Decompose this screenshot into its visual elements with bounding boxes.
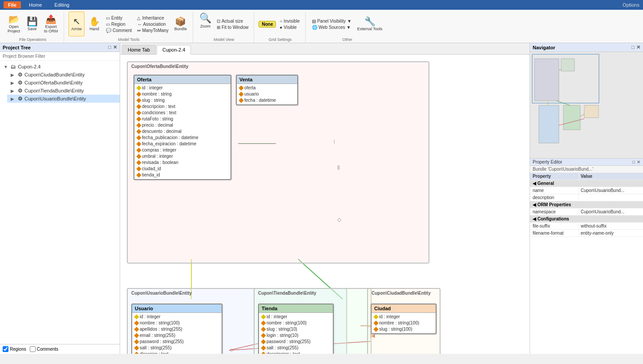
field-row: descripcion : text (136, 104, 229, 110)
name-value[interactable]: Cupon\UsuarioBund... (579, 187, 643, 194)
sidebar-item-ciudad[interactable]: ▶ ⚙ Cupon\CiudadBundle\Entity (7, 71, 120, 79)
arrow-button[interactable]: ↖ Arrow (69, 12, 85, 36)
tree-item-root[interactable]: ▼ 🗂 Cupon-2.4 (0, 63, 120, 71)
file-suffix-value[interactable]: without-suffix (579, 223, 643, 229)
general-label: ◀ General (533, 181, 554, 186)
grid-settings-label: Grid Settings (269, 37, 292, 42)
model-tools-group: ↖ Arrow ✋ Hand ▭ Entity ▭ Region (65, 12, 193, 43)
comment-icon: 💬 (106, 28, 111, 33)
file-tab[interactable]: File (4, 1, 21, 8)
export-to-orm-button[interactable]: 📤 Exportto ORM (42, 12, 60, 36)
tree-label-ciudad: Cupon\CiudadBundle\Entity (24, 72, 85, 77)
field-row: slug : string (136, 97, 229, 104)
tree-label-root: Cupon-2.4 (18, 64, 40, 69)
region-button[interactable]: ▭ Region (104, 21, 133, 27)
fit-to-window-button[interactable]: ⊞ Fit to Window (215, 24, 251, 30)
tree-icon-root: 🗂 (11, 64, 16, 70)
export-icon: 📤 (45, 15, 57, 24)
field-row: precio : decimal (136, 122, 229, 128)
comments-checkbox-input[interactable] (30, 346, 36, 352)
project-browser-filter: Project Browser Filter (0, 52, 120, 61)
home-ribbon-tab[interactable]: Home (24, 1, 46, 8)
field-row: direccion : text (134, 351, 220, 354)
hand-icon: ✋ (89, 17, 100, 26)
property-editor-restore-icon[interactable]: □ (632, 160, 635, 164)
many-to-many-icon: ⇔ (137, 28, 141, 33)
navigator-map[interactable] (530, 52, 643, 158)
zoom-icon: 🔍 (199, 12, 211, 24)
invisible-button[interactable]: ○ Invisible (278, 18, 301, 24)
oferta-header: Oferta (134, 76, 231, 84)
panel-visibility-arrow: ▼ (347, 19, 352, 24)
name-key: name (530, 187, 579, 194)
field-row: nombre : string (136, 91, 229, 97)
panel-visibility-button[interactable]: ▤ Panel Visibility ▼ (310, 18, 353, 24)
options-label: Options (623, 2, 639, 8)
canvas-scroll[interactable]: | ∞ ◇ || ◇ || |◀ (120, 55, 530, 354)
property-editor-close-icon[interactable]: ✕ (637, 160, 640, 164)
property-row-file-suffix: file-suffix without-suffix (530, 223, 643, 230)
visible-button[interactable]: ● Visible (278, 24, 301, 30)
comment-label: Comment (113, 28, 132, 33)
property-col-header: Property (530, 173, 579, 180)
inheritance-label: Inheritance (142, 16, 164, 20)
tab-cupon[interactable]: Cupon-2.4 (157, 45, 191, 55)
venta-entity[interactable]: Venta oferta usuario fecha : datetime (236, 75, 298, 105)
property-editor-title: Property Editor (533, 160, 562, 164)
sidebar-item-usuario[interactable]: ▶ ⚙ Cupon\UsuarioBundle\Entity (7, 95, 120, 103)
association-button[interactable]: ↔ Association (135, 21, 170, 27)
field-row: nombre : string(100) (373, 320, 434, 326)
entity-label: Entity (111, 16, 122, 20)
sidebar-item-oferta[interactable]: ▶ ⚙ Cupon\OfertaBundle\Entity (7, 79, 120, 87)
close-panel-icon[interactable]: ✕ (113, 44, 117, 50)
hand-button[interactable]: ✋ Hand (86, 12, 102, 36)
filename-format-value[interactable]: entity-name-only (579, 230, 643, 236)
property-row-filename-format: filename-format entity-name-only (530, 230, 643, 237)
tree-toggle-root[interactable]: ▼ (4, 64, 9, 69)
many-to-many-button[interactable]: ⇔ ManyToMany (135, 28, 170, 33)
tree-icon-usuario: ⚙ (18, 96, 23, 102)
field-row: rutaFoto : string (136, 116, 229, 122)
zoom-button[interactable]: 🔍 Zoom (198, 12, 213, 36)
web-sources-arrow: ▼ (347, 25, 351, 30)
external-tools-button[interactable]: 🔧 External Tools (355, 12, 384, 36)
inheritance-button[interactable]: △ Inheritance (135, 15, 170, 21)
field-row: password : string(255) (261, 339, 331, 345)
none-badge[interactable]: None (259, 21, 276, 28)
entity-button[interactable]: ▭ Entity (104, 15, 133, 21)
minimize-panel-icon[interactable]: □ (108, 44, 111, 50)
tab-home[interactable]: Home Tab (122, 45, 156, 54)
comments-checkbox[interactable]: Comments (30, 346, 58, 352)
regions-checkbox-input[interactable] (3, 346, 8, 352)
editing-ribbon-tab[interactable]: Editing (50, 1, 74, 8)
bundle-button[interactable]: 📦 Bundle (172, 12, 189, 36)
ciudad-region-label: Cupon\CiudadBundle\Entity (372, 291, 431, 296)
description-value[interactable] (579, 194, 643, 201)
web-sources-button[interactable]: 🌐 Web Sources ▼ (310, 24, 353, 30)
tree-toggle-usuario[interactable]: ▶ (11, 96, 16, 101)
ciudad-entity[interactable]: Ciudad id : integer nombre : string(100)… (371, 304, 437, 334)
tienda-entity[interactable]: Tienda id : integer nombre : string(100)… (258, 304, 334, 354)
external-tools-icon: 🔧 (364, 17, 376, 26)
property-editor-subtitle: Bundle 'Cupon\UsuarioBund...' (530, 166, 643, 173)
actual-size-button[interactable]: ⊡ Actual size (215, 18, 251, 24)
tree-toggle-tienda[interactable]: ▶ (11, 88, 16, 93)
open-project-button[interactable]: 📂 OpenProject (5, 12, 22, 36)
tree-toggle-ciudad[interactable]: ▶ (11, 72, 16, 77)
navigator-restore-icon[interactable]: □ (631, 44, 635, 50)
project-tree-header: Project Tree □ ✕ (0, 43, 120, 52)
field-row: descuento : decimal (136, 128, 229, 135)
tree-toggle-oferta[interactable]: ▶ (11, 80, 16, 85)
field-row: usuario (239, 91, 295, 97)
sidebar-item-tienda[interactable]: ▶ ⚙ Cupon\TiendaBundle\Entity (7, 87, 120, 95)
tab-bar: Home Tab Cupon-2.4 (120, 43, 530, 55)
oferta-entity[interactable]: Oferta id : integer nombre : string slug… (133, 75, 231, 180)
fit-to-window-label: Fit to Window (222, 25, 249, 30)
namespace-value[interactable]: Cupon\UsuarioBund... (579, 208, 643, 215)
navigator-close-icon[interactable]: ✕ (636, 44, 640, 50)
field-row: id : integer (134, 314, 220, 320)
regions-checkbox[interactable]: Regions (3, 346, 26, 352)
usuario-entity[interactable]: Usuario id : integer nombre : string(100… (131, 304, 222, 354)
comment-button[interactable]: 💬 Comment (104, 28, 133, 33)
save-button[interactable]: 💾 Save (24, 12, 40, 36)
